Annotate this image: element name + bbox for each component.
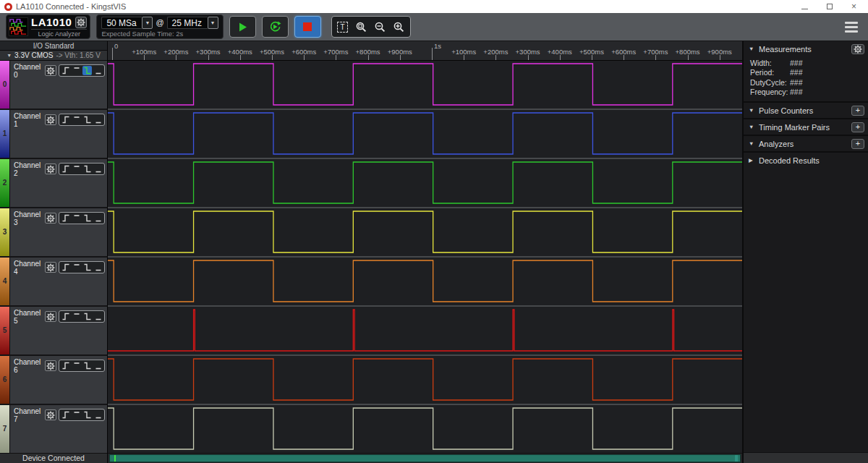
waveform-row-ch3[interactable] <box>108 208 742 256</box>
trigger-low-level-button[interactable] <box>93 115 103 124</box>
trigger-rising-edge-button[interactable] <box>61 312 70 321</box>
sample-rate-value[interactable]: 25 MHz <box>167 17 208 29</box>
channel-color-strip[interactable]: 3 <box>0 208 10 256</box>
sample-depth-value[interactable]: 50 MSa <box>101 17 142 29</box>
channel-label[interactable]: Channel 0 <box>14 63 43 79</box>
sample-rate-select[interactable]: 25 MHz ▼ <box>167 17 218 29</box>
trigger-low-level-button[interactable] <box>93 164 103 174</box>
timeline-ruler[interactable]: 0+100ms+200ms+300ms+400ms+500ms+600ms+70… <box>108 41 742 61</box>
close-button[interactable]: × <box>851 3 856 10</box>
section-header-analyzers[interactable]: ▼Analyzers+ <box>744 136 868 151</box>
section-header-measurements[interactable]: ▼Measurements <box>744 41 868 56</box>
section-header-decoded-results[interactable]: ▶Decoded Results <box>744 153 868 168</box>
device-settings-button[interactable] <box>75 17 87 28</box>
channel-settings-button[interactable] <box>45 163 56 174</box>
trigger-high-level-button[interactable] <box>72 361 81 370</box>
zoom-fit-button[interactable] <box>352 17 371 36</box>
trigger-zoom-button[interactable]: T <box>333 17 352 36</box>
trigger-low-level-button[interactable] <box>93 312 103 321</box>
channel-label[interactable]: Channel 5 <box>14 309 43 325</box>
trigger-rising-edge-button[interactable] <box>61 164 70 174</box>
waveform-row-ch1[interactable] <box>108 110 742 158</box>
zoom-in-button[interactable] <box>390 17 409 36</box>
trigger-low-level-button[interactable] <box>93 410 103 420</box>
minimize-button[interactable] <box>801 3 808 10</box>
waveform-row-ch0[interactable] <box>108 61 742 109</box>
trigger-rising-edge-button[interactable] <box>61 66 70 75</box>
trigger-high-level-button[interactable] <box>72 213 81 223</box>
channel-settings-button[interactable] <box>45 360 56 371</box>
collapse-arrow-icon[interactable]: ▼ <box>749 124 754 130</box>
channel-color-strip[interactable]: 6 <box>0 356 10 404</box>
menu-button[interactable] <box>845 22 858 33</box>
trigger-rising-edge-button[interactable] <box>61 410 70 420</box>
waveform-row-ch6[interactable] <box>108 356 742 404</box>
chevron-down-icon[interactable]: ▼ <box>208 17 218 29</box>
expand-arrow-icon[interactable]: ▶ <box>749 157 754 163</box>
trigger-falling-edge-button[interactable] <box>82 312 92 321</box>
trigger-high-level-button[interactable] <box>72 115 81 124</box>
section-header-timing-marker-pairs[interactable]: ▼Timing Marker Pairs+ <box>744 119 868 135</box>
trigger-rising-edge-button[interactable] <box>61 213 70 223</box>
trigger-falling-edge-button[interactable] <box>82 361 92 370</box>
waveform-row-ch5[interactable] <box>108 307 742 354</box>
trigger-falling-edge-button[interactable] <box>82 410 92 420</box>
collapse-arrow-icon[interactable]: ▼ <box>749 140 754 147</box>
io-standard-value[interactable]: ▼ 3.3V CMOS -> Vth: 1.65 V <box>0 51 107 61</box>
channel-label[interactable]: Channel 4 <box>14 260 43 276</box>
trigger-low-level-button[interactable] <box>93 361 103 370</box>
loop-capture-button[interactable] <box>262 16 289 38</box>
trigger-rising-edge-button[interactable] <box>61 263 70 272</box>
trigger-falling-edge-button[interactable] <box>82 66 92 75</box>
channel-label[interactable]: Channel 1 <box>14 112 43 128</box>
channel-color-strip[interactable]: 0 <box>0 61 10 109</box>
collapse-arrow-icon[interactable]: ▼ <box>749 46 754 52</box>
channel-settings-button[interactable] <box>45 311 56 322</box>
section-header-pulse-counters[interactable]: ▼Pulse Counters+ <box>744 103 868 118</box>
ruler-tick-label: +800ms <box>676 48 700 56</box>
trigger-rising-edge-button[interactable] <box>61 115 70 124</box>
trigger-rising-edge-button[interactable] <box>61 361 70 370</box>
add-button[interactable]: + <box>851 139 864 149</box>
trigger-falling-edge-button[interactable] <box>82 213 92 223</box>
channel-color-strip[interactable]: 5 <box>0 307 10 354</box>
waveform-row-ch4[interactable] <box>108 258 742 305</box>
sample-depth-select[interactable]: 50 MSa ▼ <box>101 17 153 29</box>
channel-settings-button[interactable] <box>45 114 56 125</box>
trigger-falling-edge-button[interactable] <box>82 263 92 272</box>
channel-label[interactable]: Channel 7 <box>14 407 43 423</box>
channel-settings-button[interactable] <box>45 213 56 224</box>
add-button[interactable]: + <box>851 122 864 132</box>
channel-settings-button[interactable] <box>45 262 56 273</box>
channel-color-strip[interactable]: 4 <box>0 258 10 305</box>
trigger-high-level-button[interactable] <box>72 164 81 174</box>
io-standard-header[interactable]: I/O Standard <box>0 41 107 51</box>
channel-settings-button[interactable] <box>45 65 56 76</box>
waveform-row-ch2[interactable] <box>108 159 742 207</box>
trigger-high-level-button[interactable] <box>72 312 81 321</box>
trigger-high-level-button[interactable] <box>72 66 81 75</box>
zoom-out-button[interactable] <box>371 17 390 36</box>
maximize-button[interactable] <box>827 3 833 10</box>
collapse-arrow-icon[interactable]: ▼ <box>749 107 754 114</box>
waveform-row-ch7[interactable] <box>108 405 742 453</box>
channel-color-strip[interactable]: 2 <box>0 159 10 207</box>
measurements-settings-button[interactable] <box>851 44 864 54</box>
start-capture-button[interactable] <box>229 16 256 38</box>
trigger-low-level-button[interactable] <box>93 66 103 75</box>
stop-capture-button[interactable] <box>294 16 321 38</box>
trigger-high-level-button[interactable] <box>72 410 81 420</box>
channel-color-strip[interactable]: 7 <box>0 405 10 453</box>
channel-settings-button[interactable] <box>45 409 56 420</box>
trigger-falling-edge-button[interactable] <box>82 115 92 124</box>
chevron-down-icon[interactable]: ▼ <box>142 17 153 29</box>
add-button[interactable]: + <box>851 106 864 116</box>
trigger-high-level-button[interactable] <box>72 263 81 272</box>
channel-label[interactable]: Channel 3 <box>14 211 43 226</box>
trigger-falling-edge-button[interactable] <box>82 164 92 174</box>
trigger-low-level-button[interactable] <box>93 263 103 272</box>
trigger-low-level-button[interactable] <box>93 213 103 223</box>
channel-label[interactable]: Channel 6 <box>14 358 43 374</box>
channel-color-strip[interactable]: 1 <box>0 110 10 158</box>
channel-label[interactable]: Channel 2 <box>14 161 43 177</box>
